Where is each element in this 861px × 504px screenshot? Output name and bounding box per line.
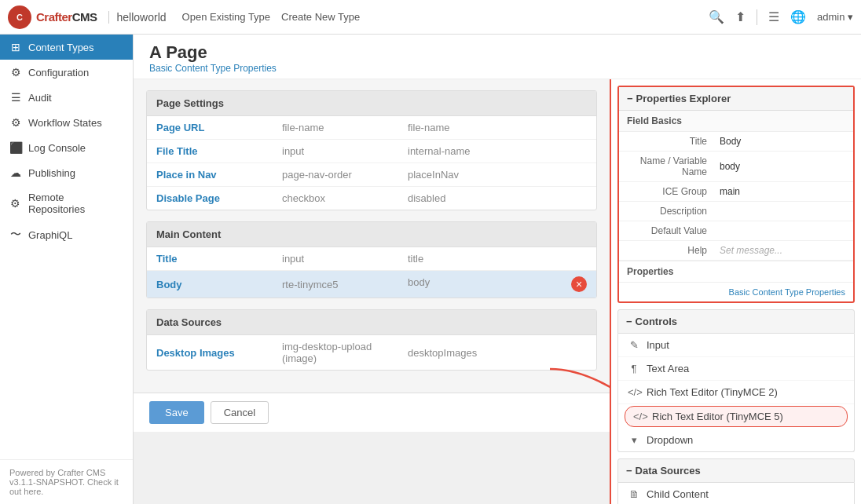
page-title: A Page — [149, 42, 845, 63]
controls-list: ✎ Input ¶ Text Area </> Rich Text Editor… — [617, 334, 855, 452]
controls-section: − Controls ✎ Input ¶ Text Area — [617, 309, 855, 452]
textarea-icon: ¶ — [628, 363, 640, 374]
control-item-dropdown[interactable]: ▾ Dropdown — [618, 429, 854, 451]
open-existing-type-link[interactable]: Open Existing Type — [182, 11, 271, 23]
sidebar-item-content-types[interactable]: ⊞ Content Types — [0, 35, 133, 60]
control-item-rte5[interactable]: </> Rich Text Editor (TinyMCE 5) — [625, 406, 848, 427]
props-row: Name / Variable Name body — [619, 152, 853, 182]
page-subtitle: Basic Content Type Properties — [149, 63, 845, 74]
rte2-icon: </> — [628, 386, 640, 398]
right-panel: − Properties Explorer Field Basics Title… — [610, 79, 861, 504]
repo-icon: ⚙ — [9, 197, 22, 210]
collapse-icon[interactable]: − — [627, 93, 633, 104]
control-item-textarea[interactable]: ¶ Text Area — [618, 357, 854, 381]
props-label: Help — [619, 241, 713, 261]
cell-label: Title — [147, 247, 273, 271]
data-sources-header: Data Sources — [147, 310, 596, 335]
page-settings-header: Page Settings — [147, 91, 596, 116]
ds-collapse-icon[interactable]: − — [626, 465, 632, 477]
table-row: File Title input internal-name — [147, 140, 596, 163]
table-row[interactable]: Title input title — [147, 247, 596, 271]
cell-col2: input — [273, 140, 398, 163]
list-icon: ☰ — [9, 91, 22, 104]
cell-col2: page-nav-order — [273, 163, 398, 187]
props-label: Name / Variable Name — [619, 152, 713, 182]
cancel-button[interactable]: Cancel — [211, 401, 269, 424]
delete-row-button[interactable]: × — [571, 276, 587, 292]
controls-header: − Controls — [617, 309, 855, 334]
ds-panel-header: − Data Sources — [617, 458, 855, 483]
controls-collapse-icon[interactable]: − — [626, 316, 632, 327]
table-row: Page URL file-name file-name — [147, 116, 596, 140]
topbar: C CrafterCMS helloworld Open Existing Ty… — [0, 0, 861, 35]
layout: ⊞ Content Types ⚙ Configuration ☰ Audit … — [0, 35, 861, 504]
props-label: Description — [619, 202, 713, 221]
properties-table: Title Body Name / Variable Name body ICE… — [619, 132, 853, 261]
content-area: Page Settings Page URL file-name file-na… — [134, 79, 861, 504]
props-label: Default Value — [619, 221, 713, 241]
admin-button[interactable]: admin ▾ — [817, 11, 853, 23]
control-item-rte2[interactable]: </> Rich Text Editor (TinyMCE 2) — [618, 381, 854, 404]
properties-explorer-header: − Properties Explorer — [619, 87, 853, 111]
sidebar-item-log-console[interactable]: ⬛ Log Console — [0, 135, 133, 160]
sidebar-item-graphiql[interactable]: 〜 GraphiQL — [0, 221, 133, 248]
data-sources-table: Desktop Images img-desktop-upload (image… — [147, 335, 596, 370]
cell-col2: checkbox — [273, 187, 398, 210]
save-button[interactable]: Save — [149, 401, 204, 424]
page-header: A Page Basic Content Type Properties — [134, 35, 861, 79]
sidebar-item-audit[interactable]: ☰ Audit — [0, 85, 133, 110]
props-value: main — [713, 182, 853, 202]
cell-col3: file-name — [398, 116, 596, 140]
page-settings-table: Page URL file-name file-name File Title … — [147, 116, 596, 210]
logo-icon: C — [8, 5, 31, 29]
cell-label: Desktop Images — [147, 335, 273, 370]
main-area: A Page Basic Content Type Properties Pag… — [134, 35, 861, 504]
sidebar-item-label: Workflow States — [28, 117, 102, 129]
topbar-right: 🔍 ⬆ ☰ 🌐 admin ▾ — [709, 9, 853, 25]
log-icon: ⬛ — [9, 141, 22, 154]
dropdown-icon: ▾ — [628, 434, 640, 446]
props-value: body — [713, 152, 853, 182]
props-row: Title Body — [619, 132, 853, 152]
table-row: Place in Nav page-nav-order placeInNav — [147, 163, 596, 187]
cell-col2: img-desktop-upload (image) — [273, 335, 398, 370]
cell-label: Page URL — [147, 116, 273, 140]
props-value — [713, 221, 853, 241]
main-content-table: Title input title Body rte-tinymce5 body… — [147, 247, 596, 298]
cell-col2: file-name — [273, 116, 398, 140]
properties-explorer: − Properties Explorer Field Basics Title… — [617, 86, 855, 303]
gear-icon: ⚙ — [9, 66, 22, 79]
sidebar-item-configuration[interactable]: ⚙ Configuration — [0, 60, 133, 85]
control-item-input[interactable]: ✎ Input — [618, 334, 854, 357]
logo-text: CrafterCMS — [36, 10, 97, 24]
cell-label: Place in Nav — [147, 163, 273, 187]
sidebar-item-label: Remote Repositories — [28, 192, 123, 215]
divider — [757, 9, 757, 25]
topbar-nav: Open Existing Type Create New Type — [182, 11, 361, 23]
sidebar-item-workflow-states[interactable]: ⚙ Workflow States — [0, 110, 133, 135]
sidebar-item-label: GraphiQL — [28, 229, 72, 241]
props-footer: Basic Content Type Properties — [619, 282, 853, 301]
search-icon[interactable]: 🔍 — [709, 9, 724, 24]
menu-icon[interactable]: ☰ — [768, 9, 779, 24]
props-label: Title — [619, 132, 713, 152]
properties-label: Properties — [619, 261, 853, 282]
data-sources-section: Data Sources Desktop Images img-desktop-… — [146, 309, 597, 371]
sidebar-item-publishing[interactable]: ☁ Publishing — [0, 160, 133, 185]
table-row-selected[interactable]: Body rte-tinymce5 body × — [147, 271, 596, 298]
props-label: ICE Group — [619, 182, 713, 202]
props-row: Description — [619, 202, 853, 221]
sidebar-item-label: Configuration — [28, 67, 89, 79]
sidebar-item-remote-repositories[interactable]: ⚙ Remote Repositories — [0, 185, 133, 221]
ds-item-child-content[interactable]: 🗎 Child Content — [618, 483, 854, 504]
globe-icon[interactable]: 🌐 — [790, 9, 806, 24]
table-row: Disable Page checkbox disabled — [147, 187, 596, 210]
cell-label-body: Body — [147, 271, 273, 298]
upload-icon[interactable]: ⬆ — [735, 9, 746, 24]
create-new-type-link[interactable]: Create New Type — [281, 11, 360, 23]
props-row: ICE Group main — [619, 182, 853, 202]
workflow-icon: ⚙ — [9, 116, 22, 129]
cell-col3: disabled — [398, 187, 596, 210]
logo: C CrafterCMS — [8, 5, 97, 29]
sidebar-item-label: Log Console — [28, 142, 86, 154]
